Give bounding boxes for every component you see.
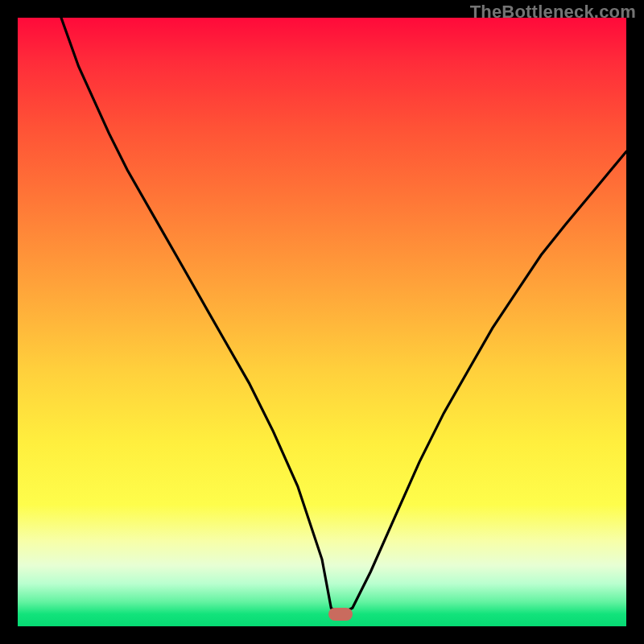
optimal-marker: [328, 608, 353, 621]
watermark-text: TheBottleneck.com: [470, 2, 636, 23]
plot-area: [18, 18, 626, 626]
chart-frame: TheBottleneck.com: [0, 0, 644, 644]
bottleneck-curve: [18, 18, 626, 626]
curve-path: [18, 18, 626, 614]
